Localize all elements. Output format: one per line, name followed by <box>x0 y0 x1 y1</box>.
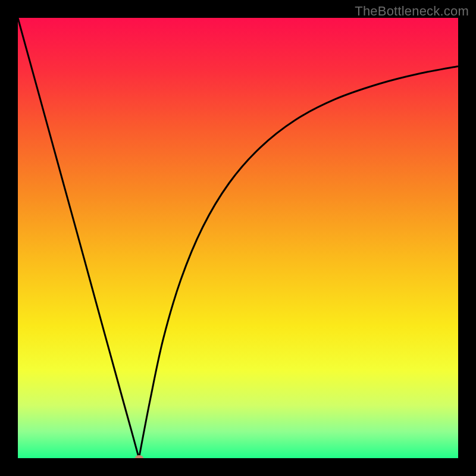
curve-right-branch <box>139 66 459 458</box>
curve-left-branch <box>18 18 139 458</box>
watermark-text: TheBottleneck.com <box>355 4 469 19</box>
curve-layer <box>18 18 458 458</box>
minimum-marker <box>135 455 143 458</box>
chart-frame: TheBottleneck.com <box>0 0 476 476</box>
plot-area <box>18 18 458 458</box>
